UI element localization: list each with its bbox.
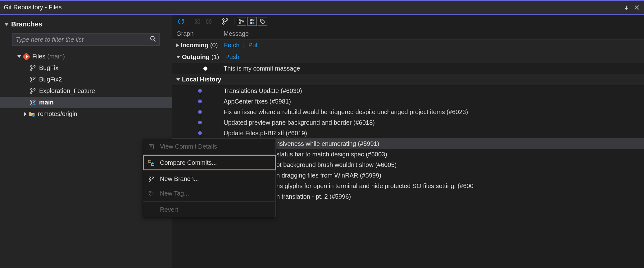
graph-remote-toggle[interactable]	[247, 17, 257, 26]
branch-filter-input[interactable]	[16, 36, 150, 43]
menu-separator	[143, 155, 275, 155]
branch-item[interactable]: BugFix2	[0, 74, 172, 85]
svg-point-30	[250, 19, 252, 21]
svg-point-10	[34, 65, 35, 67]
branches-header[interactable]: Branches	[0, 18, 172, 30]
svg-point-8	[31, 65, 32, 67]
branch-item-current[interactable]: main	[0, 97, 172, 108]
branch-filter[interactable]	[12, 33, 160, 46]
svg-point-13	[34, 77, 35, 78]
svg-point-19	[34, 100, 35, 101]
search-icon[interactable]	[150, 36, 156, 43]
commit-details-icon	[147, 143, 155, 150]
history-toolbar	[172, 15, 644, 28]
svg-point-28	[239, 22, 241, 24]
svg-point-26	[226, 18, 228, 20]
repo-root-node[interactable]: Files (main)	[0, 51, 172, 62]
push-link[interactable]: Push	[225, 53, 239, 60]
chevron-down-icon	[4, 23, 9, 26]
local-history-label: Local History	[182, 76, 221, 83]
chevron-down-icon	[176, 78, 180, 81]
commit-message: ns glyphs for open in terminal and hide …	[224, 183, 644, 190]
commit-message: status bar to match design spec (#6003)	[224, 151, 644, 158]
branch-current-icon	[30, 99, 36, 106]
outgoing-count: (1)	[211, 53, 219, 61]
outgoing-section[interactable]: Outgoing (1) Push	[172, 51, 644, 63]
svg-rect-2	[626, 9, 627, 10]
commit-message: n dragging files from WinRAR (#5999)	[224, 172, 644, 179]
compare-icon	[147, 159, 155, 167]
commit-message: Fix an issue where a rebuild would be tr…	[224, 109, 644, 116]
chevron-down-icon	[17, 55, 21, 58]
menu-separator	[143, 201, 275, 202]
refresh-button[interactable]	[176, 17, 186, 26]
ctx-label: View Commit Details	[160, 143, 217, 150]
svg-point-23	[206, 19, 211, 24]
commit-dot	[198, 121, 202, 124]
commit-row[interactable]: Fix an issue where a rebuild would be tr…	[172, 107, 644, 117]
svg-point-20	[34, 103, 36, 105]
svg-point-24	[223, 18, 224, 20]
col-graph-header: Graph	[176, 30, 224, 37]
commit-message: ot background brush wouldn't show (#6005…	[224, 161, 644, 169]
commit-message: This is my commit massage	[224, 65, 644, 72]
commit-context-menu: View Commit Details Compare Commits... N…	[143, 139, 276, 217]
svg-point-12	[31, 81, 32, 82]
svg-point-11	[31, 77, 32, 78]
history-columns-header: Graph Message	[172, 28, 644, 39]
pull-link[interactable]: Pull	[248, 42, 259, 49]
graph-local-toggle[interactable]	[237, 17, 246, 26]
branch-item[interactable]: Exploration_Feature	[0, 85, 172, 97]
svg-point-14	[31, 88, 32, 90]
branch-name: main	[39, 99, 54, 106]
svg-point-21	[32, 114, 35, 117]
branch-item[interactable]: BugFix	[0, 62, 172, 74]
col-message-header: Message	[224, 30, 640, 37]
svg-point-33	[252, 22, 255, 24]
close-icon[interactable]	[633, 4, 640, 11]
new-tag-icon	[147, 190, 155, 197]
ctx-label: New Tag...	[160, 190, 189, 197]
svg-rect-36	[148, 160, 151, 162]
ctx-label: New Branch...	[160, 175, 199, 183]
branches-label: Branches	[11, 20, 42, 28]
commit-row[interactable]: Translations Update (#6030)	[172, 85, 644, 96]
local-history-section[interactable]: Local History	[172, 74, 644, 85]
remotes-node[interactable]: remotes/origin	[0, 108, 172, 120]
svg-point-32	[253, 19, 254, 21]
commit-row[interactable]: AppCenter fixes (#5981)	[172, 96, 644, 107]
commit-dot	[198, 99, 202, 103]
ctx-new-branch[interactable]: New Branch...	[143, 172, 275, 186]
ctx-label: Revert	[160, 206, 178, 213]
remotes-label: remotes/origin	[38, 110, 77, 118]
tags-toggle[interactable]	[258, 17, 267, 26]
outgoing-commit-row[interactable]: This is my commit massage	[172, 63, 644, 74]
ctx-new-tag: New Tag...	[143, 186, 275, 201]
toolbar-separator	[234, 18, 234, 25]
commit-dot	[198, 131, 202, 135]
fetch-link[interactable]: Fetch	[224, 42, 239, 49]
commit-row[interactable]: Update Files.pt-BR.xlf (#6019)	[172, 128, 644, 138]
ctx-compare-commits[interactable]: Compare Commits...	[143, 155, 275, 170]
incoming-count: (0)	[210, 42, 218, 49]
pin-icon[interactable]	[623, 4, 630, 11]
chevron-right-icon	[176, 44, 179, 47]
branch-graph-button[interactable]	[220, 17, 230, 26]
commit-message: n translation - pt. 2 (#5996)	[224, 193, 644, 200]
window-title: Git Repository - Files	[4, 4, 62, 11]
branch-name: Exploration_Feature	[39, 87, 95, 95]
svg-rect-0	[626, 6, 627, 8]
svg-point-41	[150, 192, 151, 193]
svg-point-38	[149, 177, 151, 178]
folder-remote-icon	[29, 111, 35, 117]
svg-point-27	[239, 19, 241, 21]
commit-dot	[198, 110, 202, 114]
svg-point-39	[149, 180, 151, 181]
branch-name: BugFix2	[39, 76, 62, 83]
repo-name: Files	[32, 53, 45, 60]
incoming-section[interactable]: Incoming (0) Fetch | Pull	[172, 39, 644, 51]
svg-point-22	[195, 19, 200, 24]
revert-icon	[147, 206, 155, 214]
svg-point-9	[31, 69, 32, 71]
commit-row[interactable]: Updated preview pane background and bord…	[172, 117, 644, 128]
